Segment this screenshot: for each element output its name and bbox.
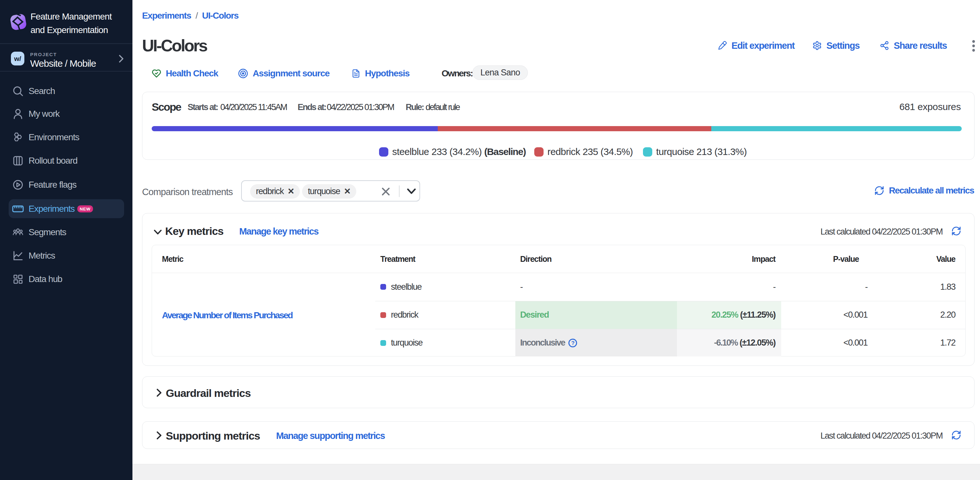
svg-text:?: ? bbox=[571, 340, 574, 346]
